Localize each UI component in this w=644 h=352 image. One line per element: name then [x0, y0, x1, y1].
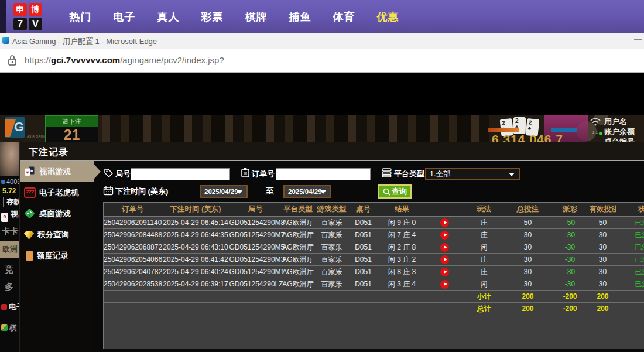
duo-menu-fragment[interactable]: 多 [5, 282, 13, 293]
sidebar-item-label: 积分查询 [37, 230, 69, 240]
cell: GD051254290M1 [229, 266, 282, 278]
heart-card: ♥ [25, 168, 30, 176]
user-avatar[interactable] [0, 142, 19, 176]
kaka-menu-fragment[interactable]: 卡卡 [2, 226, 18, 237]
play-video-icon[interactable] [440, 268, 449, 276]
page-background-scene: G ASIA GAMING 请下注 21 2 2 2 6,314,046.7 1… [0, 115, 644, 142]
play-video-icon[interactable] [440, 243, 449, 252]
minimize-button[interactable] [634, 39, 642, 40]
cell [616, 291, 644, 303]
orange-bar-decor [488, 128, 519, 132]
lock-icon[interactable] [8, 54, 17, 66]
cell: 250429062040782 [104, 266, 162, 278]
tag-icon [104, 168, 114, 178]
table-row: 2504290620285382025-04-29 06:39:17GD0512… [104, 278, 644, 291]
cell: 百家乐 [314, 266, 350, 278]
video-menu-fragment[interactable]: 9视 [1, 209, 18, 222]
cell: 250429062068872 [104, 241, 162, 254]
cell: 250429062084488 [104, 229, 162, 241]
play-video-icon[interactable] [440, 218, 449, 227]
ag-logo-g: G [14, 119, 24, 135]
cell: 50 [590, 217, 616, 229]
sidebar-item-video-games[interactable]: ♠♥ 视讯游戏 [20, 161, 94, 182]
cell [427, 266, 463, 278]
query-button[interactable]: 查询 [378, 184, 412, 199]
logo-tile: V [29, 18, 42, 30]
chevron-down-icon [320, 190, 326, 194]
sidebar-item-quota-records[interactable]: 额度记录 [20, 245, 94, 266]
date-from-picker[interactable]: 2025/04/29 [200, 185, 248, 198]
url-path: /agingame/pcv2/index.jsp? [120, 55, 224, 65]
cell [427, 229, 463, 241]
cell: -30 [551, 278, 590, 291]
cell [229, 303, 282, 315]
nav-item-boardgames[interactable]: 棋牌 [234, 10, 278, 24]
nav-item-lottery[interactable]: 彩票 [190, 10, 234, 24]
site-nav: 申 博 7 V 热门 电子 真人 彩票 棋牌 捕鱼 体育 优惠 [0, 0, 644, 33]
bet-banner: 请下注 [46, 116, 98, 127]
sidebar-item-points-query[interactable]: 积分查询 [20, 224, 94, 245]
play-video-icon[interactable] [440, 231, 449, 240]
cell: -30 [551, 254, 590, 266]
bet-table-viewport: 订单号下注时间 (美东)局号平台类型游戏类型桌号结果玩法总投注派彩有效投注额状态… [103, 202, 644, 352]
bet-time-label: 下注时间 (美东) [115, 186, 168, 197]
cell [229, 291, 282, 303]
nav-item-sports[interactable]: 体育 [322, 10, 366, 24]
cell [427, 217, 463, 229]
cell: 30 [505, 266, 551, 278]
qi-menu-fragment[interactable]: 棋 [1, 323, 17, 333]
deposit-link[interactable]: 存款 [3, 197, 19, 207]
platform-list-icon [382, 168, 392, 177]
nav-item-live[interactable]: 真人 [146, 10, 190, 24]
column-header: 总投注 [505, 203, 551, 217]
play-triangle [444, 221, 447, 224]
cell: AG欧洲厅 [282, 229, 314, 241]
column-header: 下注时间 (美东) [162, 203, 229, 217]
europe-hall-tab[interactable]: 欧洲 [0, 241, 19, 258]
sidebar-item-table-games[interactable]: 桌面游戏 [20, 203, 94, 224]
cell: -200 [551, 291, 590, 303]
cell: 2025-04-29 06:41:42 [162, 254, 229, 266]
sidebar-item-slot-machines[interactable]: 777 电子老虎机 [20, 182, 94, 203]
round-number-label: 局号 [115, 169, 131, 179]
cell: 30 [590, 278, 616, 291]
cell: 30 [505, 254, 551, 266]
play-video-icon[interactable] [440, 255, 449, 264]
play-triangle [444, 258, 447, 261]
jing-menu-fragment[interactable]: 竞 [5, 264, 13, 275]
cell: 200 [590, 291, 616, 303]
cell: 30 [590, 229, 616, 241]
cell: AG欧洲厅 [282, 254, 314, 266]
bet-timer-widget: 请下注 21 [45, 115, 98, 142]
nav-item-promos[interactable]: 优惠 [366, 10, 410, 24]
url-text[interactable]: https://gci.7vvvvvv.com/agingame/pcv2/in… [25, 55, 224, 65]
sidebar-item-label: 电子老虎机 [39, 187, 79, 198]
nav-item-fishing[interactable]: 捕鱼 [278, 10, 322, 24]
cell: 200 [590, 303, 616, 315]
cell [616, 303, 644, 315]
cell: 闲 [463, 278, 505, 291]
play-video-icon[interactable] [440, 280, 449, 289]
nav-item-slots[interactable]: 电子 [102, 10, 146, 24]
cell: 小计 [463, 291, 505, 303]
table-number-label: 桌台编号 [604, 136, 635, 142]
browser-urlbar[interactable]: https://gci.7vvvvvv.com/agingame/pcv2/in… [0, 49, 644, 73]
cell: GD051254290LZ [229, 278, 282, 291]
cell [350, 291, 378, 303]
order-number-input[interactable] [276, 168, 371, 180]
column-header: 状态 [616, 203, 644, 217]
date-to-picker[interactable]: 2025/04/29 [283, 185, 331, 198]
column-header: 有效投注额 [590, 203, 616, 217]
slot-777-icon: 777 [24, 187, 36, 198]
cell: 已派彩 [616, 229, 644, 241]
dianzi-menu-fragment[interactable]: 电子 [1, 302, 19, 312]
cell: -30 [551, 266, 590, 278]
round-number-input[interactable] [131, 168, 230, 180]
platform-type-select[interactable]: 1.全部 [425, 168, 520, 180]
site-logo[interactable]: 申 博 7 V [13, 3, 44, 31]
bet-records-modal: 下注记录 ♠♥ 视讯游戏 777 电子老虎机 桌面游戏 积分查询 额度记录 [19, 142, 644, 352]
play-triangle [444, 245, 447, 249]
nav-item-hot[interactable]: 热门 [59, 10, 102, 24]
cell: AG欧洲厅 [282, 217, 314, 229]
column-header: 平台类型 [282, 203, 314, 217]
